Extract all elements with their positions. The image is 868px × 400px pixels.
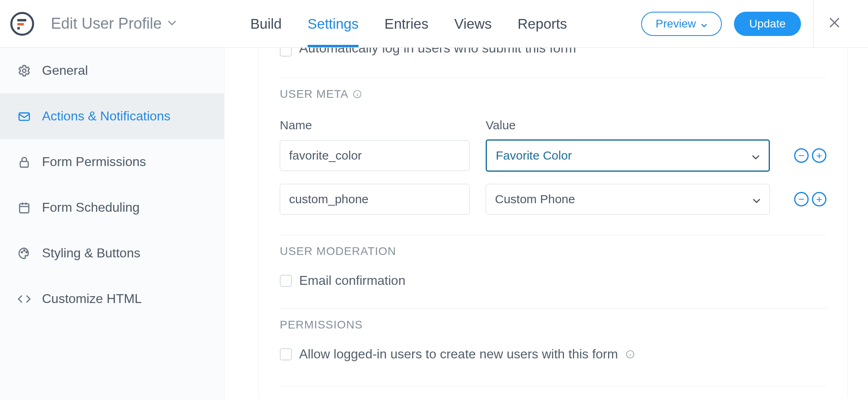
svg-rect-5 <box>19 113 29 120</box>
add-row-button[interactable]: + <box>812 192 826 206</box>
code-icon <box>16 292 32 306</box>
allow-logged-in-row: Allow logged-in users to create new user… <box>280 347 826 362</box>
section-title-text: PERMISSIONS <box>280 318 363 331</box>
svg-rect-2 <box>17 23 24 25</box>
section-divider <box>280 235 826 235</box>
main-panel: Automatically log in users who submit th… <box>224 48 868 400</box>
chevron-down-icon <box>753 192 761 206</box>
tab-settings[interactable]: Settings <box>308 0 359 48</box>
email-confirmation-checkbox[interactable] <box>280 275 292 287</box>
caret-down-icon <box>168 20 176 27</box>
page-title: Edit User Profile <box>51 15 162 32</box>
column-header-name: Name <box>280 118 470 132</box>
meta-row-actions: − + <box>794 148 826 163</box>
auto-login-label: Automatically log in users who submit th… <box>299 48 576 56</box>
tab-reports[interactable]: Reports <box>518 0 567 48</box>
sidebar-item-permissions[interactable]: Form Permissions <box>0 139 224 185</box>
sidebar-item-label: Form Scheduling <box>42 200 140 215</box>
remove-row-button[interactable]: − <box>794 148 809 163</box>
meta-value-select[interactable]: Custom Phone <box>486 184 770 215</box>
svg-point-10 <box>26 251 27 253</box>
chevron-down-icon <box>752 149 760 162</box>
meta-row: Favorite Color − + <box>280 139 826 172</box>
palette-icon <box>16 246 32 260</box>
body-row: General Actions & Notifications Form Per… <box>0 48 868 400</box>
meta-value-selected-label: Favorite Color <box>496 149 572 162</box>
section-divider <box>280 78 826 78</box>
close-panel <box>813 0 855 47</box>
sidebar-item-scheduling[interactable]: Form Scheduling <box>0 185 224 230</box>
sidebar-item-label: Form Permissions <box>42 154 146 169</box>
email-confirmation-row: Email confirmation <box>280 273 826 288</box>
sidebar-item-label: Customize HTML <box>42 291 142 306</box>
lock-icon <box>16 155 32 169</box>
calendar-icon <box>16 201 32 215</box>
svg-point-4 <box>23 69 26 72</box>
meta-name-input[interactable] <box>280 140 470 171</box>
tab-build[interactable]: Build <box>250 0 282 48</box>
svg-rect-6 <box>20 161 28 167</box>
settings-sidebar: General Actions & Notifications Form Per… <box>0 48 224 400</box>
section-title-user-meta: USER META <box>280 88 826 101</box>
section-title-user-moderation: USER MODERATION <box>280 245 826 258</box>
meta-row: Custom Phone − + <box>280 184 826 215</box>
column-header-value: Value <box>486 118 516 132</box>
sidebar-item-styling[interactable]: Styling & Buttons <box>0 230 224 276</box>
allow-logged-in-label: Allow logged-in users to create new user… <box>299 347 618 362</box>
sidebar-item-label: Actions & Notifications <box>42 109 170 124</box>
form-column: Automatically log in users who submit th… <box>258 48 848 398</box>
sidebar-item-label: Styling & Buttons <box>42 246 140 261</box>
tab-views[interactable]: Views <box>454 0 492 48</box>
email-confirmation-label: Email confirmation <box>299 273 405 288</box>
meta-value-selected-label: Custom Phone <box>495 192 575 206</box>
caret-down-icon <box>701 17 707 30</box>
sidebar-item-customize-html[interactable]: Customize HTML <box>0 276 224 322</box>
nav-tabs: Build Settings Entries Views Reports <box>250 0 567 47</box>
auto-login-row: Automatically log in users who submit th… <box>280 48 826 57</box>
tab-entries[interactable]: Entries <box>384 0 428 48</box>
close-icon[interactable] <box>828 15 841 32</box>
preview-button[interactable]: Preview <box>641 12 722 36</box>
section-title-permissions: PERMISSIONS <box>280 318 826 331</box>
info-icon[interactable] <box>625 349 635 359</box>
preview-label: Preview <box>656 17 696 30</box>
allow-logged-in-checkbox[interactable] <box>280 348 292 360</box>
meta-columns-header: Name Value <box>280 118 826 132</box>
svg-rect-3 <box>17 27 20 29</box>
gear-icon <box>16 64 32 78</box>
top-bar: Edit User Profile Build Settings Entries… <box>0 0 868 48</box>
svg-rect-7 <box>20 204 29 213</box>
add-row-button[interactable]: + <box>812 148 826 163</box>
mail-icon <box>16 109 32 123</box>
update-button[interactable]: Update <box>734 12 801 36</box>
section-title-text: USER MODERATION <box>280 245 396 258</box>
info-icon[interactable] <box>352 89 362 99</box>
sidebar-item-actions[interactable]: Actions & Notifications <box>0 93 224 139</box>
section-divider <box>280 308 826 309</box>
auto-login-checkbox[interactable] <box>280 48 292 57</box>
section-divider <box>280 386 826 386</box>
page-title-dropdown[interactable]: Edit User Profile <box>51 15 176 32</box>
svg-point-9 <box>24 250 25 251</box>
meta-row-actions: − + <box>794 192 826 206</box>
svg-point-8 <box>21 251 23 253</box>
remove-row-button[interactable]: − <box>794 192 809 206</box>
topbar-actions: Preview Update <box>641 0 868 47</box>
sidebar-item-label: General <box>42 63 88 78</box>
meta-value-select[interactable]: Favorite Color <box>486 139 770 172</box>
section-title-text: USER META <box>280 88 348 101</box>
app-logo <box>10 11 35 36</box>
svg-rect-1 <box>17 19 26 21</box>
sidebar-item-general[interactable]: General <box>0 48 224 93</box>
meta-name-input[interactable] <box>280 184 470 215</box>
